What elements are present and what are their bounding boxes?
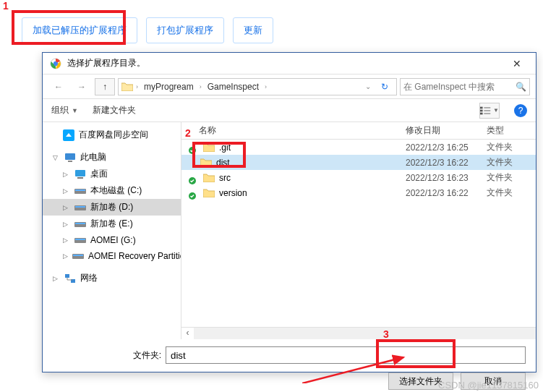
file-row[interactable]: version2022/12/3 16:22文件夹 xyxy=(181,185,536,200)
breadcrumb[interactable]: › myProgream › GameInspect › ⌄ ↻ xyxy=(118,78,397,95)
file-name: src xyxy=(219,173,231,183)
svg-rect-18 xyxy=(75,223,85,224)
tree-network[interactable]: 网络 xyxy=(43,270,181,286)
chevron-right-icon: › xyxy=(136,83,138,90)
svg-rect-7 xyxy=(484,113,490,114)
col-date[interactable]: 修改日期 xyxy=(406,124,487,137)
folder-icon xyxy=(203,142,215,152)
help-button[interactable]: ? xyxy=(514,104,527,117)
tree-drive-d[interactable]: 新加卷 (D:) xyxy=(43,199,181,216)
svg-rect-9 xyxy=(65,153,75,160)
tree-label: 网络 xyxy=(80,272,98,284)
tree-this-pc[interactable]: 此电脑 xyxy=(43,149,181,166)
file-date: 2022/12/3 16:22 xyxy=(406,188,487,198)
folder-icon xyxy=(121,81,133,93)
tree-drive-g[interactable]: AOMEI (G:) xyxy=(43,232,181,248)
breadcrumb-segment[interactable]: myProgream xyxy=(141,82,197,92)
file-name: version xyxy=(219,188,247,198)
caret-icon xyxy=(63,187,70,195)
drive-icon xyxy=(74,218,86,230)
folder-input[interactable] xyxy=(166,346,526,364)
dialog-titlebar: 选择扩展程序目录。 ✕ xyxy=(43,53,536,74)
svg-rect-5 xyxy=(484,107,490,108)
folder-icon xyxy=(203,173,215,182)
network-icon xyxy=(64,273,76,284)
dialog-close-button[interactable]: ✕ xyxy=(503,58,531,69)
tree-label: 百度网盘同步空间 xyxy=(79,129,148,141)
svg-rect-10 xyxy=(68,161,72,162)
dialog-title: 选择扩展程序目录。 xyxy=(67,57,503,69)
col-type[interactable]: 类型 xyxy=(487,124,536,137)
svg-rect-4 xyxy=(480,112,483,114)
svg-rect-6 xyxy=(484,110,490,111)
folder-icon xyxy=(200,158,212,167)
tree-label: 新加卷 (D:) xyxy=(90,201,133,213)
file-row[interactable]: src2022/12/3 16:23文件夹 xyxy=(181,170,536,185)
breadcrumb-dropdown[interactable]: ⌄ xyxy=(363,82,373,90)
nav-back-button[interactable]: ← xyxy=(48,78,69,95)
view-mode-button[interactable]: ▼ xyxy=(479,103,500,119)
file-row[interactable]: dist2022/12/3 16:22文件夹 xyxy=(181,155,536,170)
drive-icon xyxy=(72,250,84,262)
chevron-right-icon: › xyxy=(265,83,267,90)
chevron-right-icon: › xyxy=(200,83,202,90)
nav-up-button[interactable]: ↑ xyxy=(95,78,115,95)
search-icon[interactable]: 🔍 xyxy=(516,82,526,92)
new-folder-button[interactable]: 新建文件夹 xyxy=(93,104,136,116)
caret-icon xyxy=(63,221,70,228)
drive-icon xyxy=(74,202,86,213)
file-type: 文件夹 xyxy=(487,141,536,153)
scroll-track[interactable] xyxy=(194,328,536,339)
search-input[interactable] xyxy=(403,82,516,92)
annotation-label-1: 1 xyxy=(3,0,9,12)
caret-icon xyxy=(63,171,70,178)
file-type: 文件夹 xyxy=(487,171,536,184)
baidu-icon xyxy=(63,129,74,141)
tree-drive-e[interactable]: 新加卷 (E:) xyxy=(43,216,181,232)
svg-rect-16 xyxy=(75,206,85,208)
refresh-icon[interactable]: ↻ xyxy=(376,78,393,95)
pc-icon xyxy=(64,152,76,163)
file-name: .git xyxy=(219,142,231,153)
tree-drive-aomei-recovery[interactable]: AOMEI Recovery Partition xyxy=(43,248,181,264)
folder-icon xyxy=(203,188,215,197)
tree-label: 桌面 xyxy=(90,168,108,180)
file-date: 2022/12/3 16:22 xyxy=(406,158,487,168)
svg-rect-22 xyxy=(73,255,83,256)
update-button[interactable]: 更新 xyxy=(233,17,273,43)
drive-icon xyxy=(74,234,86,246)
col-name[interactable]: 名称 xyxy=(190,124,406,137)
tree-desktop[interactable]: 桌面 xyxy=(43,166,181,182)
load-unpacked-button[interactable]: 加载已解压的扩展程序 xyxy=(22,17,137,43)
file-date: 2022/12/3 16:23 xyxy=(406,173,487,183)
caret-icon xyxy=(63,237,70,244)
column-headers: 名称 修改日期 类型 xyxy=(181,122,536,140)
annotation-label-2: 2 xyxy=(185,127,191,139)
horizontal-scrollbar[interactable]: ‹ xyxy=(181,327,536,339)
svg-rect-14 xyxy=(75,189,85,191)
cancel-button[interactable]: 取消 xyxy=(461,372,526,390)
tree-label: AOMEI (G:) xyxy=(90,235,136,245)
caret-icon xyxy=(63,204,70,211)
scroll-left-icon[interactable]: ‹ xyxy=(181,328,194,339)
tree-drive-c[interactable]: 本地磁盘 (C:) xyxy=(43,182,181,199)
tool-row: 组织 ▼ 新建文件夹 ▼ ? xyxy=(43,99,536,122)
file-type: 文件夹 xyxy=(487,156,536,169)
organize-menu[interactable]: 组织 ▼ xyxy=(51,104,78,116)
file-row[interactable]: .git2022/12/3 16:25文件夹 xyxy=(181,140,536,155)
svg-rect-12 xyxy=(77,177,83,179)
select-folder-button[interactable]: 选择文件夹 xyxy=(388,372,453,390)
tree-label: 此电脑 xyxy=(80,151,106,163)
nav-tree: 百度网盘同步空间 此电脑 桌面 本地磁盘 (C:) 新加卷 (D: xyxy=(43,122,181,339)
pack-extension-button[interactable]: 打包扩展程序 xyxy=(146,17,224,43)
file-type: 文件夹 xyxy=(487,187,536,199)
search-box[interactable]: 🔍 xyxy=(400,78,530,95)
desktop-icon xyxy=(74,169,86,180)
caret-icon xyxy=(53,275,60,282)
nav-forward-button: → xyxy=(72,78,92,95)
caret-icon xyxy=(63,252,68,260)
extensions-toolbar: 加载已解压的扩展程序 打包扩展程序 更新 xyxy=(0,0,543,51)
chrome-icon xyxy=(50,58,61,69)
tree-baidu-sync[interactable]: 百度网盘同步空间 xyxy=(43,127,181,143)
breadcrumb-segment[interactable]: GameInspect xyxy=(205,82,262,92)
